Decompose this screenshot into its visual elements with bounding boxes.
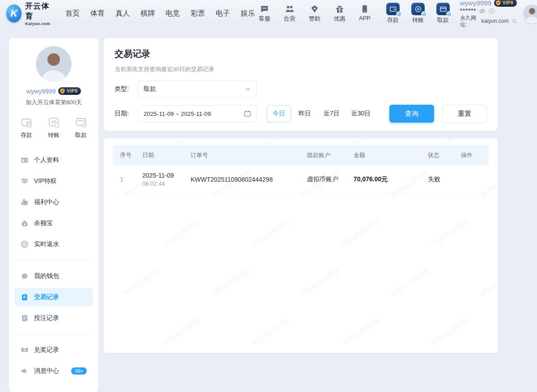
chevron-down-icon [245, 86, 251, 92]
column-header: 金额 [354, 151, 428, 159]
watermark-text: wywy9999 [119, 266, 162, 298]
range-button-昨日[interactable]: 昨日 [293, 105, 317, 122]
balance-row: ****** [460, 7, 517, 14]
nav-item-7[interactable]: 电子 [216, 9, 230, 18]
sidebar-item-piggy[interactable]: 我的钱包 [14, 267, 93, 285]
column-header: 提款账户 [307, 151, 354, 159]
sidebar-item-label: 兑奖记录 [34, 346, 59, 354]
vip-level: VIP9 [503, 0, 513, 6]
people-icon [285, 4, 294, 13]
wallet-action-withdraw[interactable]: 取款 [433, 3, 453, 24]
deposit-icon [386, 3, 400, 15]
chat-icon [260, 4, 269, 13]
wallet-actions: 存款转账取款 [383, 3, 453, 24]
brand-logo[interactable]: K 开云体育 Kaiyun.com [6, 1, 53, 26]
utility-item-diamond[interactable]: 赞助 [305, 4, 324, 23]
avatar-image [523, 4, 537, 22]
eye-off-icon[interactable] [479, 8, 486, 14]
vip-badge: VIP9 [494, 0, 517, 7]
sidebar-item-label: 实时返水 [34, 240, 59, 248]
type-select[interactable]: 取款 [138, 81, 257, 98]
sidebar: wywy9999 VIP9 加入开云体育第600天 存款转账取款 个人资料VIP… [9, 38, 98, 392]
diamond-icon [310, 4, 319, 13]
column-header: 操作 [461, 151, 489, 159]
watermark-text: wywy9999 [249, 315, 292, 347]
permanent-url[interactable]: kaiyun.com [482, 18, 509, 25]
withdraw-icon [436, 3, 450, 15]
date-filter-row: 日期: 2025-11-09 ~ 2025-11-09 今日昨日近7日近30日 … [115, 105, 487, 123]
phone-icon [360, 4, 369, 13]
nav-item-8[interactable]: 娱乐 [241, 9, 255, 18]
nav-item-4[interactable]: 棋牌 [141, 9, 155, 18]
sidebar-item-idcard[interactable]: 个人资料 [14, 151, 93, 170]
nav-item-6[interactable]: 彩票 [191, 9, 205, 18]
sidebar-item-benefit[interactable]: 福利中心 [14, 193, 93, 212]
sidebar-item-message[interactable]: 消息中心99+ [14, 362, 93, 380]
utility-item-gift[interactable]: 优惠 [330, 4, 349, 23]
sidebar-item-moneybag[interactable]: 余额宝 [14, 214, 93, 233]
sidebar-item-records[interactable]: 交易记录 [14, 288, 93, 307]
utility-label: 优惠 [334, 15, 345, 23]
wallet-badge-dot [446, 11, 452, 17]
page-body: wywy9999 VIP9 加入开云体育第600天 存款转账取款 个人资料VIP… [0, 27, 537, 392]
refresh-balance-icon[interactable] [488, 8, 495, 14]
range-button-今日[interactable]: 今日 [267, 105, 291, 122]
nav-item-3[interactable]: 真人 [115, 9, 130, 18]
sidebar-item-bets[interactable]: 投注记录 [14, 309, 93, 328]
quick-action-label: 存款 [21, 131, 32, 139]
date-range-value: 2025-11-09 ~ 2025-11-09 [144, 111, 211, 117]
nav-item-5[interactable]: 电竞 [166, 9, 180, 18]
profile-avatar[interactable] [36, 46, 72, 82]
search-button[interactable]: 查询 [389, 105, 434, 123]
utility-item-phone[interactable]: APP [355, 4, 374, 23]
utility-item-people[interactable]: 合营 [280, 4, 299, 23]
search-icon[interactable] [511, 18, 517, 25]
sidebar-item-label: 福利中心 [34, 198, 59, 206]
brand-name-cn: 开云体育 [25, 1, 53, 21]
vip-shield-icon [60, 88, 65, 94]
quick-action-qa-card[interactable]: 取款 [75, 116, 87, 139]
page-subtitle: 当前系统支持查询最近30日的交易记录 [115, 65, 487, 73]
quick-action-label: 取款 [75, 131, 87, 139]
sidebar-item-prize[interactable]: 兑奖记录 [14, 341, 93, 359]
sidebar-item-label: 交易记录 [34, 293, 59, 301]
sidebar-item-rebate[interactable]: 实时返水 [14, 235, 93, 254]
type-label: 类型: [115, 85, 138, 93]
date-range-input[interactable]: 2025-11-09 ~ 2025-11-09 [138, 105, 257, 122]
qa-wallet-icon [21, 116, 32, 128]
range-button-近7日[interactable]: 近7日 [319, 105, 345, 122]
table-row: 12025-11-0908:02:44KWWT20251109080244429… [113, 165, 489, 194]
watermark-text: wywy9999 [428, 217, 471, 249]
utility-menu: 客服合营赞助优惠APP [255, 4, 374, 23]
brand-logo-text: 开云体育 Kaiyun.com [25, 1, 53, 26]
wallet-action-deposit[interactable]: 存款 [383, 3, 403, 24]
range-button-近30日[interactable]: 近30日 [346, 105, 376, 122]
watermark-text: wywy9999 [160, 217, 202, 249]
message-icon [21, 367, 29, 375]
idcard-icon [21, 156, 29, 164]
wallet-action-transfer[interactable]: 转账 [408, 3, 428, 24]
message-count-badge: 99+ [71, 367, 87, 375]
gift-icon [335, 4, 344, 13]
nav-item-2[interactable]: 体育 [90, 9, 105, 18]
moneybag-icon [21, 219, 29, 227]
quick-action-qa-transfer[interactable]: 转账 [48, 116, 60, 139]
transfer-icon [411, 3, 425, 15]
watermark-text: wywy9999 [339, 315, 381, 347]
user-avatar[interactable] [522, 4, 537, 23]
nav-item-1[interactable]: 首页 [65, 9, 80, 18]
cell-status: 失败 [428, 175, 461, 183]
cell-amount: 70,076.00元 [354, 175, 428, 183]
table-body: 12025-11-0908:02:44KWWT20251109080244429… [113, 165, 489, 194]
quick-action-qa-wallet[interactable]: 存款 [21, 116, 32, 139]
bets-icon [21, 314, 29, 322]
sidebar-item-gem[interactable]: VIP特权 [14, 172, 93, 191]
reset-button[interactable]: 重置 [442, 105, 487, 123]
utility-label: 客服 [259, 15, 270, 23]
gem-icon [21, 177, 29, 185]
wallet-action-label: 取款 [437, 16, 449, 24]
sidebar-menu: 个人资料VIP特权福利中心余额宝实时返水我的钱包交易记录投注记录兑奖记录消息中心… [14, 151, 93, 380]
utility-item-chat[interactable]: 客服 [255, 4, 274, 23]
piggy-icon [21, 272, 29, 280]
sidebar-quick-actions: 存款转账取款 [14, 116, 93, 139]
